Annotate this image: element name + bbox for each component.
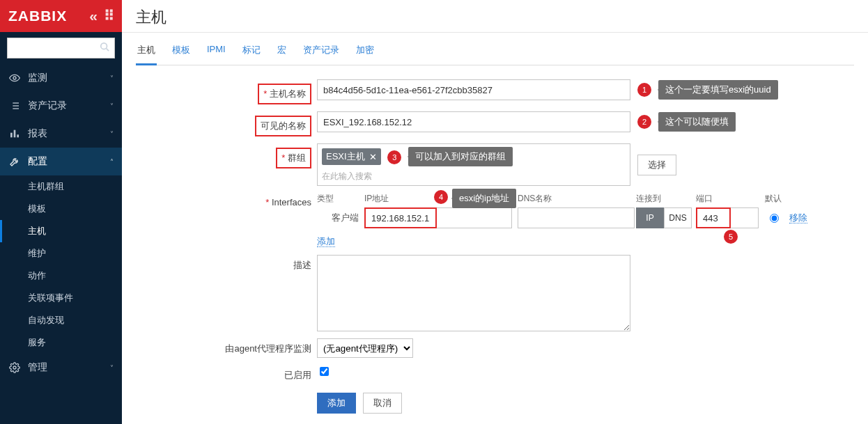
nav-label: 管理 bbox=[28, 361, 47, 374]
callout-3: 可以加入到对应的群组 bbox=[408, 147, 513, 166]
subnav-maintenance[interactable]: 维护 bbox=[0, 242, 122, 265]
svg-point-2 bbox=[13, 77, 16, 79]
iface-port-input[interactable] bbox=[696, 207, 731, 228]
tab-tags[interactable]: 标记 bbox=[241, 40, 262, 65]
content: 主机 模板 IPMI 标记 宏 资产记录 加密 主机名称 1 这个一定要填写es… bbox=[122, 33, 868, 424]
subnav-actions[interactable]: 动作 bbox=[0, 265, 122, 287]
label-visible-name: 可见的名称 bbox=[255, 116, 311, 136]
row-groups: 群组 ESXI主机 ✕ 3 可以加入到对应的群组 在此输入搜索 选择 bbox=[136, 143, 854, 186]
tab-ipmi[interactable]: IPMI bbox=[206, 40, 227, 65]
iface-port-input-extra[interactable] bbox=[731, 207, 759, 228]
nav-monitoring[interactable]: 监测 ˅ bbox=[0, 64, 122, 92]
submit-button[interactable]: 添加 bbox=[317, 393, 356, 414]
groups-select-button[interactable]: 选择 bbox=[637, 155, 676, 175]
bar-chart-icon bbox=[8, 128, 21, 139]
collapse-icon[interactable]: « bbox=[89, 8, 98, 24]
nav-administration[interactable]: 管理 ˅ bbox=[0, 354, 122, 382]
callout-4: esxi的ip地址 bbox=[452, 189, 516, 208]
toggle-ip[interactable]: IP bbox=[636, 207, 664, 228]
row-enabled: 已启用 bbox=[136, 365, 854, 382]
nav-label: 资产记录 bbox=[28, 100, 67, 112]
nav-configuration[interactable]: 配置 ˄ bbox=[0, 148, 122, 175]
row-proxy: 由agent代理程序监测 (无agent代理程序) bbox=[136, 338, 854, 358]
iface-head-dns: DNS名称 bbox=[518, 193, 636, 205]
enabled-checkbox[interactable] bbox=[320, 367, 329, 376]
sidebar-search-input[interactable] bbox=[7, 38, 115, 58]
chevron-up-icon: ˄ bbox=[110, 158, 114, 166]
brand-logo: ZABBIX « ⠿ bbox=[0, 0, 122, 32]
visible-name-input[interactable] bbox=[317, 111, 630, 132]
tab-inventory[interactable]: 资产记录 bbox=[302, 40, 341, 65]
svg-line-1 bbox=[107, 49, 109, 52]
label-groups: 群组 bbox=[276, 148, 311, 168]
chevron-down-icon: ˅ bbox=[110, 102, 114, 110]
row-visible-name: 可见的名称 2 这个可以随便填 bbox=[136, 111, 854, 136]
iface-head-default: 默认 bbox=[763, 193, 784, 205]
iface-default-radio[interactable] bbox=[770, 214, 779, 223]
brand-text: ZABBIX bbox=[8, 8, 67, 24]
host-name-input[interactable] bbox=[317, 79, 630, 100]
wrench-icon bbox=[8, 156, 21, 167]
nav-label: 报表 bbox=[28, 127, 47, 140]
subnav-hosts[interactable]: 主机 bbox=[0, 220, 122, 242]
gear-icon bbox=[8, 362, 21, 373]
groups-multiselect[interactable]: ESXI主机 ✕ 3 可以加入到对应的群组 在此输入搜索 bbox=[317, 143, 630, 186]
search-icon[interactable] bbox=[100, 42, 109, 54]
tab-macros[interactable]: 宏 bbox=[276, 40, 288, 65]
iface-header: 类型 IP地址 4 esxi的ip地址 DNS名称 连接到 端口 默认 bbox=[317, 193, 854, 205]
subnav-correlation[interactable]: 关联项事件 bbox=[0, 287, 122, 309]
chip-remove-icon[interactable]: ✕ bbox=[369, 152, 377, 162]
page-title: 主机 bbox=[122, 0, 868, 33]
subnav-templates[interactable]: 模板 bbox=[0, 198, 122, 220]
group-chip-label: ESXI主机 bbox=[326, 150, 365, 163]
row-description: 描述 bbox=[136, 255, 854, 331]
subnav-discovery[interactable]: 自动发现 bbox=[0, 309, 122, 331]
tab-host[interactable]: 主机 bbox=[136, 40, 157, 65]
step-badge-4: 4 bbox=[434, 190, 448, 204]
iface-head-ip: IP地址 bbox=[364, 194, 389, 203]
step-badge-1: 1 bbox=[637, 83, 651, 97]
svg-rect-11 bbox=[17, 134, 19, 137]
tabs: 主机 模板 IPMI 标记 宏 资产记录 加密 bbox=[136, 40, 854, 65]
iface-dns-input[interactable] bbox=[518, 207, 635, 228]
proxy-select[interactable]: (无agent代理程序) bbox=[317, 338, 413, 358]
iface-type: 客户端 bbox=[317, 212, 364, 224]
chevron-down-icon: ˅ bbox=[110, 130, 114, 138]
subnav-services[interactable]: 服务 bbox=[0, 331, 122, 354]
row-interfaces: Interfaces 类型 IP地址 4 esxi的ip地址 DNS名称 连接到… bbox=[136, 193, 854, 248]
sidebar: ZABBIX « ⠿ 监测 ˅ 资产记录 ˅ 报表 bbox=[0, 0, 122, 424]
form-buttons: 添加 取消 bbox=[317, 393, 854, 414]
group-chip[interactable]: ESXI主机 ✕ bbox=[322, 148, 381, 165]
groups-placeholder: 在此输入搜索 bbox=[322, 171, 626, 182]
chevron-down-icon: ˅ bbox=[110, 364, 114, 372]
toggle-dns[interactable]: DNS bbox=[664, 207, 692, 228]
subnav-host-groups[interactable]: 主机群组 bbox=[0, 175, 122, 198]
callout-2: 这个可以随便填 bbox=[658, 112, 736, 132]
svg-rect-10 bbox=[14, 130, 16, 138]
iface-add-link[interactable]: 添加 bbox=[317, 236, 335, 247]
iface-head-type: 类型 bbox=[317, 193, 364, 205]
step-badge-5: 5 bbox=[724, 230, 738, 244]
description-textarea[interactable] bbox=[317, 255, 630, 331]
label-enabled: 已启用 bbox=[284, 370, 311, 380]
iface-remove-link[interactable]: 移除 bbox=[789, 212, 807, 223]
iface-head-port: 端口 bbox=[696, 193, 763, 205]
callout-1: 这个一定要填写esxi的uuid bbox=[658, 80, 778, 100]
svg-point-12 bbox=[13, 366, 16, 369]
main: 主机 主机 模板 IPMI 标记 宏 资产记录 加密 主机名称 1 这个一定要填… bbox=[122, 0, 868, 424]
grid-icon[interactable]: ⠿ bbox=[104, 8, 115, 24]
nav-inventory[interactable]: 资产记录 ˅ bbox=[0, 92, 122, 120]
nav-reports[interactable]: 报表 ˅ bbox=[0, 120, 122, 148]
tab-encryption[interactable]: 加密 bbox=[355, 40, 375, 65]
label-interfaces: Interfaces bbox=[265, 197, 311, 207]
chevron-down-icon: ˅ bbox=[110, 74, 114, 82]
sidebar-search-wrap bbox=[0, 32, 122, 64]
label-host-name: 主机名称 bbox=[258, 84, 311, 104]
iface-ip-input[interactable] bbox=[364, 207, 437, 228]
cancel-button[interactable]: 取消 bbox=[363, 393, 402, 414]
svg-rect-9 bbox=[10, 133, 13, 138]
nav-label: 配置 bbox=[28, 155, 47, 168]
tab-templates[interactable]: 模板 bbox=[171, 40, 192, 65]
label-description: 描述 bbox=[293, 260, 311, 270]
iface-ip-input-extra[interactable] bbox=[437, 207, 512, 228]
